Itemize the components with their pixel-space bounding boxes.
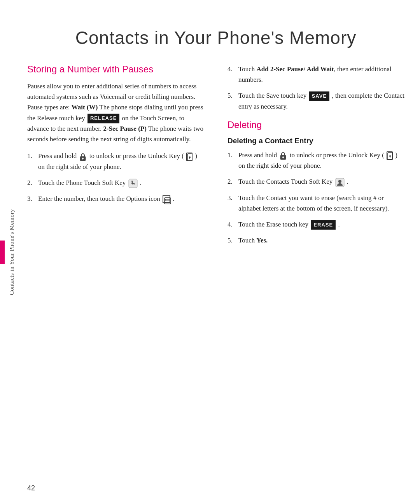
storing-heading: Storing a Number with Pauses (27, 64, 204, 75)
sidebar-text-container: Contacts in Your Phone's Memory (9, 190, 15, 314)
left-steps-list: 1. Press and hold to unlock or press the… (27, 151, 204, 204)
deleting-heading: Deleting (228, 119, 404, 130)
left-column: Storing a Number with Pauses Pauses allo… (27, 64, 204, 209)
svg-point-21 (338, 180, 341, 183)
page-footer: 42 (27, 480, 404, 492)
svg-rect-5 (189, 157, 190, 159)
page-number: 42 (27, 484, 35, 492)
intro-paragraph: Pauses allow you to enter additional ser… (27, 81, 204, 144)
lock-icon (79, 153, 87, 161)
page-title: Contacts in Your Phone's Memory (27, 27, 404, 48)
step-number: 3. (27, 193, 32, 204)
sidebar-label: Contacts in Your Phone's Memory (9, 209, 15, 295)
erase-badge: ERASE (311, 220, 336, 230)
options-icon (163, 195, 170, 203)
deleting-sub-heading: Deleting a Contact Entry (228, 137, 404, 145)
release-badge: RELEASE (88, 114, 119, 123)
list-item: 2. Touch the Phone Touch Soft Key . (27, 177, 204, 188)
step-number: 3. (228, 193, 233, 203)
step-number: 4. (228, 64, 233, 74)
main-content: Contacts in Your Phone's Memory Storing … (27, 19, 404, 251)
list-item: 3. Touch the Contact you want to erase (… (228, 193, 404, 214)
svg-point-12 (165, 200, 166, 201)
unlock-key-icon (186, 153, 192, 161)
svg-rect-2 (82, 158, 83, 160)
list-item: 2. Touch the Contacts Touch Soft Key . (228, 176, 404, 187)
step-number: 2. (228, 176, 233, 187)
page-container: Contacts in Your Phone's Memory Contacts… (0, 0, 420, 504)
step-number: 4. (228, 219, 233, 230)
list-item: 5. Touch Yes. (228, 235, 404, 246)
list-item: 5. Touch the Save touch key SAVE , then … (228, 90, 404, 112)
svg-point-11 (165, 199, 166, 200)
list-item: 4. Touch the Erase touch key ERASE . (228, 219, 404, 230)
step-number: 5. (228, 235, 233, 246)
svg-rect-19 (390, 156, 390, 158)
list-item: 1. Press and hold to unlock or press the… (228, 150, 404, 171)
step-number: 2. (27, 177, 32, 188)
two-column-layout: Storing a Number with Pauses Pauses allo… (27, 64, 404, 251)
list-item: 1. Press and hold to unlock or press the… (27, 151, 204, 172)
delete-steps-list: 1. Press and hold to unlock or press the… (228, 150, 404, 246)
step-number: 1. (27, 151, 32, 161)
right-steps-top: 4. Touch Add 2-Sec Pause/ Add Wait, then… (228, 64, 404, 112)
list-item: 3. Enter the number, then touch the Opti… (27, 193, 204, 204)
list-item: 4. Touch Add 2-Sec Pause/ Add Wait, then… (228, 64, 404, 85)
step-number: 1. (228, 150, 233, 160)
unlock-key-icon-2 (387, 151, 393, 160)
step-number: 5. (228, 90, 233, 101)
phone-icon (128, 179, 138, 188)
right-column: 4. Touch Add 2-Sec Pause/ Add Wait, then… (228, 64, 404, 251)
svg-rect-16 (283, 157, 284, 158)
sidebar-accent-bar (0, 241, 5, 264)
lock-icon-2 (279, 151, 287, 160)
save-badge: SAVE (309, 91, 329, 101)
sidebar: Contacts in Your Phone's Memory (0, 0, 23, 504)
contacts-icon (335, 178, 345, 187)
svg-point-13 (165, 202, 166, 203)
